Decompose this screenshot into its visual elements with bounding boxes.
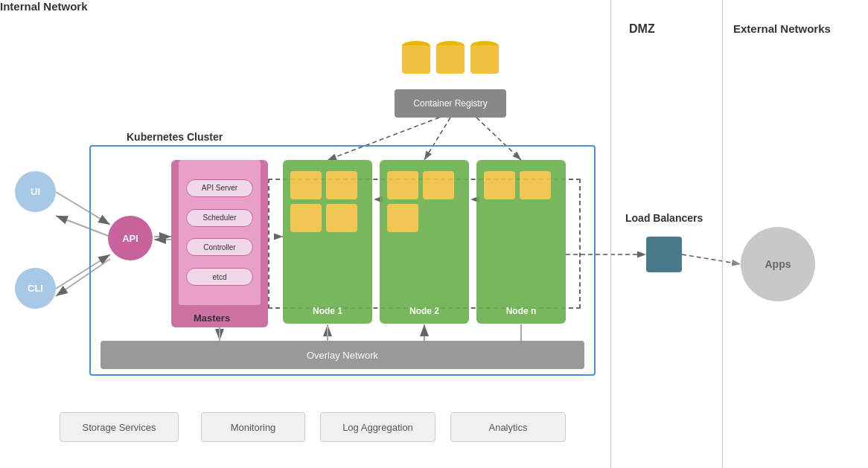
db-cylinders [402, 41, 499, 78]
api-circle: API [108, 216, 153, 260]
container-registry: Container Registry [395, 89, 506, 118]
pod-n-2 [520, 171, 551, 199]
ui-circle: UI [15, 171, 56, 212]
api-label: API [122, 233, 138, 244]
pod-1-4 [326, 204, 357, 232]
load-balancer-box [646, 237, 682, 272]
log-aggregation-box: Log Aggregation [320, 412, 435, 442]
load-balancers-label: Load Balancers [625, 212, 703, 224]
cylinder-1 [402, 41, 430, 78]
monitoring-box: Monitoring [201, 412, 305, 442]
svg-line-23 [682, 254, 741, 264]
internal-network-label: Internal Network [0, 0, 868, 13]
node-n-box: Node n [476, 160, 566, 324]
cylinder-body-2 [436, 45, 465, 74]
diagram-container: Internal Network DMZ External Networks C… [0, 0, 868, 468]
node-n-label: Node n [506, 306, 537, 316]
node-2-label: Node 2 [409, 306, 439, 316]
pod-1-2 [326, 171, 357, 199]
apps-label: Apps [765, 258, 791, 270]
cli-circle: CLI [15, 268, 56, 309]
external-networks-label: External Networks [733, 22, 831, 35]
pod-n-1 [484, 171, 515, 199]
ui-label: UI [31, 186, 40, 197]
pod-2-3 [387, 204, 418, 232]
cylinder-2 [436, 41, 465, 78]
cylinder-body-3 [470, 45, 499, 74]
pod-2-2 [423, 171, 454, 199]
scheduler-btn: Scheduler [186, 209, 253, 227]
dmz-divider [610, 0, 611, 468]
node-1-pods [290, 171, 357, 232]
cli-label: CLI [28, 283, 43, 294]
node-1-box: Node 1 [283, 160, 372, 324]
etcd-btn: etcd [186, 268, 253, 286]
analytics-box: Analytics [450, 412, 566, 442]
dmz-label: DMZ [629, 22, 655, 36]
overlay-network: Overlay Network [100, 341, 584, 369]
node-2-pods [387, 171, 454, 232]
node-n-pods [484, 171, 551, 199]
pod-1-1 [290, 171, 322, 199]
controller-btn: Controller [186, 238, 253, 256]
masters-inner: API Server Scheduler Controller etcd [179, 160, 261, 305]
cylinder-3 [470, 41, 499, 78]
node-2-box: Node 2 [380, 160, 469, 324]
node-1-label: Node 1 [313, 306, 342, 316]
pod-1-3 [290, 204, 322, 232]
pod-2-1 [387, 171, 418, 199]
cylinder-body-1 [402, 45, 430, 74]
apps-circle: Apps [741, 227, 815, 301]
kubernetes-cluster-label: Kubernetes Cluster [127, 131, 223, 143]
storage-services-box: Storage Services [60, 412, 179, 442]
ext-divider [722, 0, 723, 468]
masters-label: Masters [194, 312, 230, 324]
api-server-btn: API Server [186, 179, 253, 197]
